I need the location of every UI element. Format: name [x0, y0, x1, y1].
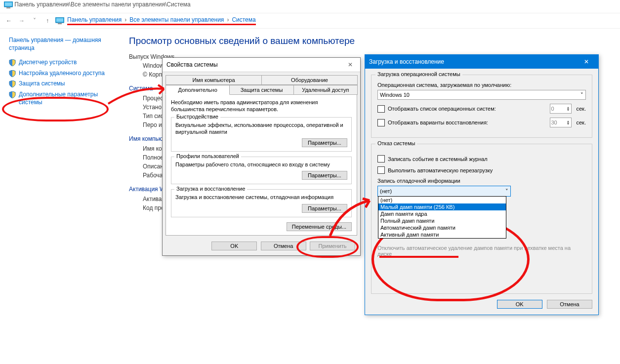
fieldset-system-startup: Загрузка операционной системы Операционн… [371, 75, 592, 138]
pc-icon [55, 17, 64, 24]
group-text: Визуальные эффекты, использование процес… [175, 121, 347, 136]
default-os-select[interactable]: Windows 10 ˅ [377, 90, 586, 100]
back-arrow-icon[interactable]: ← [4, 16, 14, 26]
cancel-button[interactable]: Отмена [261, 242, 306, 250]
close-icon[interactable]: ✕ [579, 57, 594, 67]
forward-arrow-icon[interactable]: → [17, 16, 27, 26]
default-os-label: Операционная система, загружаемая по умо… [377, 82, 586, 88]
fieldset-legend: Отказ системы [375, 140, 417, 146]
window-title-bar: Панель управления\Все элементы панели уп… [0, 0, 620, 13]
shield-icon [9, 70, 16, 77]
checkbox-label: Выполнить автоматическую перезагрузку [388, 167, 493, 173]
window-title: Панель управления\Все элементы панели уп… [14, 1, 190, 8]
select-value: (нет) [380, 188, 392, 194]
startup-recovery-settings-button[interactable]: Параметры... [302, 204, 347, 213]
breadcrumb-3[interactable]: Система [232, 16, 255, 23]
spinner-icon: ▲▼ [567, 106, 570, 111]
chevron-down-icon: ˅ [505, 188, 508, 195]
breadcrumb-1[interactable]: Панель управления [67, 16, 122, 23]
sidebar-item-system-protection[interactable]: Защита системы [9, 80, 115, 88]
system-properties-dialog: Свойства системы ✕ Имя компьютера Оборуд… [162, 57, 361, 256]
tab-computer-name[interactable]: Имя компьютера [165, 75, 262, 85]
group-title: Профили пользователей [174, 153, 241, 159]
tab-remote[interactable]: Удаленный доступ [293, 85, 358, 95]
sidebar-item-remote-settings[interactable]: Настройка удаленного доступа [9, 70, 115, 78]
checkbox-write-event-log[interactable] [377, 155, 385, 162]
control-panel-home-link[interactable]: Панель управления — домашняя страница [9, 37, 115, 52]
group-title: Загрузка и восстановление [174, 186, 247, 192]
chevron-right-icon: › [227, 16, 229, 23]
shield-icon [9, 81, 16, 87]
checkbox-show-os-list[interactable] [377, 105, 385, 113]
group-text: Параметры рабочего стола, относящиеся ко… [175, 161, 347, 168]
tab-hardware[interactable]: Оборудование [261, 75, 358, 85]
admin-note: Необходимо иметь права администратора дл… [171, 99, 352, 113]
svg-rect-4 [56, 18, 63, 22]
performance-settings-button[interactable]: Параметры... [302, 138, 347, 147]
recent-chevron-icon[interactable]: ˅ [30, 16, 40, 26]
dump-option-kernel[interactable]: Дамп памяти ядра [378, 210, 506, 217]
checkbox-label: Отображать список операционных систем: [388, 106, 545, 112]
dump-type-select[interactable]: (нет) ˅ (нет) Малый дамп памяти (256 КВ)… [377, 186, 511, 197]
group-user-profiles: Профили пользователей Параметры рабочего… [171, 157, 352, 184]
startup-recovery-dialog: Загрузка и восстановление ✕ Загрузка опе… [365, 54, 599, 315]
dump-option-small[interactable]: Малый дамп памяти (256 КВ) [378, 203, 506, 210]
up-arrow-icon[interactable]: ↑ [42, 16, 52, 26]
recovery-timeout-input[interactable]: 30▲▼ [550, 118, 572, 127]
dump-option-none[interactable]: (нет) [378, 197, 506, 203]
shield-icon [9, 91, 16, 98]
svg-rect-1 [5, 2, 12, 6]
dump-option-full[interactable]: Полный дамп памяти [378, 217, 506, 224]
svg-rect-5 [58, 23, 62, 24]
breadcrumb-2[interactable]: Все элементы панели управления [129, 16, 224, 23]
group-performance: Быстродействие Визуальные эффекты, испол… [171, 117, 352, 152]
sidebar-item-label: Диспетчер устройств [19, 59, 77, 67]
chevron-down-icon: ˅ [580, 92, 583, 98]
ok-button[interactable]: OK [211, 242, 257, 250]
fieldset-legend: Загрузка операционной системы [375, 71, 462, 77]
breadcrumb[interactable]: Панель управления › Все элементы панели … [67, 16, 256, 25]
dump-label: Запись отладочной информации [377, 178, 586, 184]
checkbox-label: Записать событие в системный журнал [388, 156, 488, 162]
close-icon[interactable]: ✕ [344, 60, 356, 70]
apply-button[interactable]: Применить [310, 242, 355, 250]
sidebar-item-advanced-settings[interactable]: Дополнительные параметры системы [9, 91, 115, 106]
tab-system-protection[interactable]: Защита системы [229, 85, 293, 95]
chevron-right-icon: › [124, 16, 126, 23]
checkbox-label: Отображать варианты восстановления: [388, 120, 545, 125]
dialog-title: Загрузка и восстановление [369, 58, 444, 65]
os-list-timeout-input[interactable]: 0▲▼ [550, 104, 572, 114]
ok-button[interactable]: OK [497, 300, 542, 309]
tab-advanced[interactable]: Дополнительно [165, 85, 230, 95]
shield-icon [9, 59, 16, 66]
sidebar-item-label: Настройка удаленного доступа [19, 70, 105, 78]
profiles-settings-button[interactable]: Параметры... [302, 171, 347, 180]
fieldset-system-failure: Отказ системы Записать событие в системн… [371, 144, 592, 294]
checkbox-auto-restart[interactable] [377, 166, 385, 174]
group-text: Загрузка и восстановление системы, отлад… [175, 194, 347, 201]
sidebar-item-label: Дополнительные параметры системы [19, 91, 115, 106]
dialog-title: Свойства системы [166, 61, 218, 68]
pc-icon [4, 1, 13, 8]
dump-option-active[interactable]: Активный дамп памяти [378, 231, 506, 238]
select-value: Windows 10 [380, 92, 410, 98]
svg-rect-2 [6, 7, 10, 8]
overwrite-hint: Отключить автоматическое удаление дампов… [377, 245, 586, 257]
sidebar: Панель управления — домашняя страница Ди… [0, 29, 120, 213]
dump-option-auto[interactable]: Автоматический дамп памяти [378, 224, 506, 231]
seconds-label: сек. [577, 106, 586, 112]
sidebar-item-device-manager[interactable]: Диспетчер устройств [9, 59, 115, 67]
group-startup-recovery: Загрузка и восстановление Загрузка и вос… [171, 189, 352, 217]
spinner-icon: ▲▼ [567, 120, 570, 125]
group-title: Быстродействие [174, 114, 220, 120]
cancel-button[interactable]: Отмена [547, 300, 592, 309]
sidebar-item-label: Защита системы [19, 80, 65, 88]
page-title: Просмотр основных сведений о вашем компь… [129, 36, 355, 46]
seconds-label: сек. [577, 120, 586, 125]
nav-bar: ← → ˅ ↑ Панель управления › Все элементы… [0, 13, 620, 29]
checkbox-show-recovery[interactable] [377, 119, 385, 126]
env-vars-button[interactable]: Переменные среды... [287, 222, 352, 231]
dump-type-dropdown: (нет) Малый дамп памяти (256 КВ) Дамп па… [378, 196, 506, 239]
